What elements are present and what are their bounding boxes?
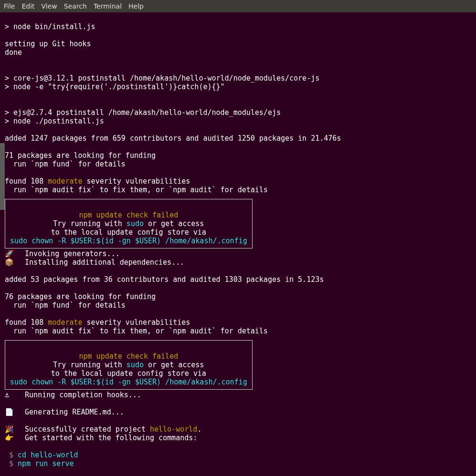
point-icon: 👉: [5, 434, 16, 442]
output-line: run `npm audit fix` to fix them, or `npm…: [5, 327, 268, 335]
status-line: 🚀 Invoking generators...: [5, 249, 120, 258]
vuln-line: found 108 moderate severity vulnerabilit…: [5, 177, 190, 186]
npm-update-warning-box: npm update check failed Try running with…: [5, 199, 253, 248]
menu-bar: File Edit View Search Terminal Help: [0, 0, 476, 12]
menu-file[interactable]: File: [4, 2, 15, 10]
output-line: setting up Git hooks: [5, 40, 91, 48]
output-line: > core-js@3.12.1 postinstall /home/akash…: [5, 74, 319, 83]
status-line: ⚓ Running completion hooks...: [5, 391, 141, 399]
output-line: 76 packages are looking for funding: [5, 292, 156, 301]
left-decoration: [0, 143, 5, 210]
menu-help[interactable]: Help: [128, 2, 144, 10]
terminal-output[interactable]: > node bin/install.js setting up Git hoo…: [0, 12, 476, 470]
command-suggestion: $ npm run serve: [5, 459, 74, 468]
output-line: > node ./postinstall.js: [5, 117, 104, 125]
output-line: > ejs@2.7.4 postinstall /home/akash/hell…: [5, 108, 281, 117]
vuln-line: found 108 moderate severity vulnerabilit…: [5, 318, 190, 327]
package-icon: 📦: [5, 258, 16, 267]
box-title: npm update check failed: [79, 211, 178, 219]
menu-edit[interactable]: Edit: [21, 2, 34, 10]
sudo-hint: sudo: [127, 361, 144, 369]
status-line: 👉 Get started with the following command…: [5, 434, 197, 442]
npm-update-warning-box: npm update check failed Try running with…: [5, 340, 253, 390]
output-line: added 53 packages from 36 contributors a…: [5, 275, 324, 284]
status-line: 📄 Generating README.md...: [5, 408, 124, 416]
output-line: run `npm fund` for details: [5, 160, 126, 168]
sudo-hint: sudo: [127, 219, 144, 228]
output-line: run `npm fund` for details: [5, 301, 126, 310]
anchor-icon: ⚓: [5, 391, 16, 399]
status-line: 🎉 Successfully created project hello-wor…: [5, 425, 201, 434]
document-icon: 📄: [5, 408, 16, 416]
menu-search[interactable]: Search: [64, 2, 87, 10]
chown-command: sudo chown -R $USER:$(id -gn $USER) /hom…: [10, 378, 247, 386]
chown-command: sudo chown -R $USER:$(id -gn $USER) /hom…: [10, 237, 247, 245]
party-icon: 🎉: [5, 425, 16, 434]
severity-level: moderate: [48, 177, 82, 186]
output-line: 71 packages are looking for funding: [5, 151, 156, 160]
menu-terminal[interactable]: Terminal: [94, 2, 122, 10]
command-suggestion: $ cd hello-world: [5, 451, 78, 459]
menu-view[interactable]: View: [42, 2, 57, 10]
status-line: 📦 Installing additional dependencies...: [5, 258, 184, 267]
output-line: > node -e "try{require('./postinstall')}…: [5, 83, 225, 91]
output-line: > node bin/install.js: [5, 22, 95, 31]
severity-level: moderate: [48, 318, 82, 327]
output-line: run `npm audit fix` to fix them, or `npm…: [5, 186, 268, 194]
box-title: npm update check failed: [79, 352, 178, 361]
output-line: done: [5, 48, 22, 57]
project-name: hello-world: [150, 425, 197, 434]
rocket-icon: 🚀: [5, 249, 16, 258]
output-line: added 1247 packages from 659 contributor…: [5, 134, 341, 143]
